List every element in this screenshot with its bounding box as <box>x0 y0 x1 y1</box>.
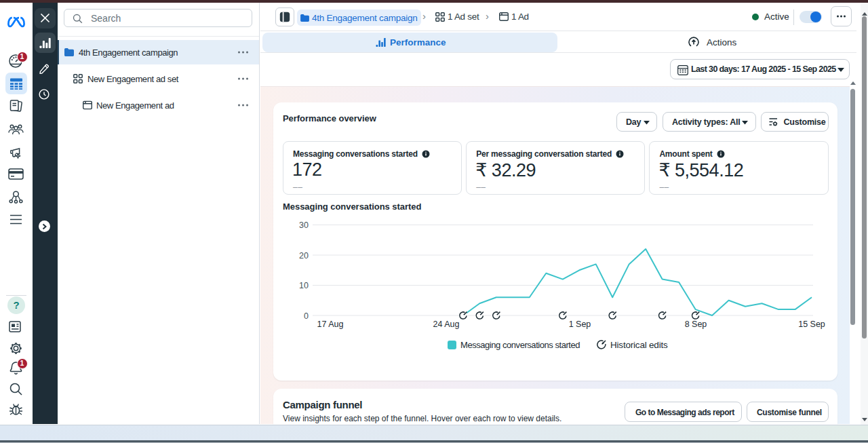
svg-text:17 Aug: 17 Aug <box>317 320 344 329</box>
svg-text:0: 0 <box>304 311 309 321</box>
svg-text:10: 10 <box>299 281 309 290</box>
svg-text:8 Sep: 8 Sep <box>685 320 707 329</box>
svg-text:24 Aug: 24 Aug <box>433 320 460 329</box>
svg-text:20: 20 <box>299 251 309 261</box>
svg-text:15 Sep: 15 Sep <box>798 320 825 329</box>
svg-text:30: 30 <box>299 220 309 230</box>
svg-text:1 Sep: 1 Sep <box>569 320 591 329</box>
